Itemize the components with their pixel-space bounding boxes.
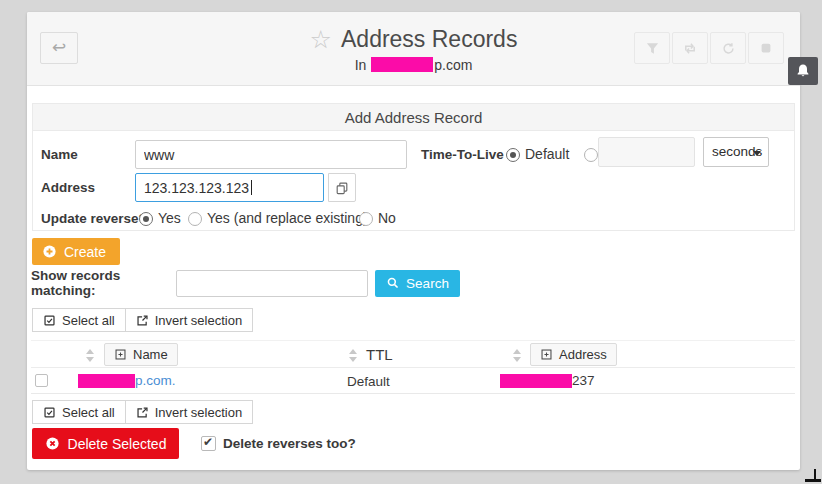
delete-selected-button[interactable]: Delete Selected	[32, 428, 179, 459]
selection-controls-bottom: Select all Invert selection	[32, 400, 253, 424]
delete-selected-label: Delete Selected	[68, 436, 167, 452]
address-column-label: Address	[559, 347, 607, 362]
name-column-label: Name	[133, 347, 168, 362]
sort-name-icon[interactable]	[86, 349, 94, 362]
update-reverse-label: Update reverse?	[41, 211, 147, 226]
row-ttl-cell: Default	[347, 374, 390, 389]
checked-box-icon	[43, 406, 56, 419]
ttl-default-label: Default	[525, 146, 569, 162]
refresh-button[interactable]	[710, 32, 746, 64]
cursor-artifact	[805, 479, 821, 482]
panel-body: Name Time-To-Live Default seconds Addres…	[33, 131, 794, 230]
invert-selection-button[interactable]: Invert selection	[125, 308, 253, 332]
column-header-address[interactable]: Address	[530, 343, 617, 366]
star-icon[interactable]: ☆	[310, 25, 332, 53]
x-circle-icon	[45, 436, 60, 451]
record-name-link[interactable]: p.com.	[135, 373, 176, 388]
address-input-wrap	[135, 173, 324, 202]
ttl-unit-select[interactable]: seconds	[703, 137, 769, 167]
update-reverse-replace-radio[interactable]	[188, 212, 202, 226]
invert-selection-label: Invert selection	[155, 313, 242, 328]
text-caret	[251, 180, 252, 195]
add-record-panel: Add Address Record Name Time-To-Live Def…	[32, 103, 795, 231]
search-label: Search	[406, 276, 449, 291]
name-input[interactable]	[135, 140, 407, 169]
delete-row: Delete Selected Delete reverses too?	[32, 428, 356, 459]
row-name-cell: p.com.	[78, 373, 176, 388]
invert-selection-button[interactable]: Invert selection	[125, 400, 253, 424]
record-address-visible: 237	[572, 373, 595, 388]
name-label: Name	[41, 147, 78, 162]
redacted-domain	[371, 57, 433, 72]
repeat-icon	[682, 41, 698, 56]
repeat-button[interactable]	[672, 32, 708, 64]
create-button[interactable]: Create	[32, 238, 120, 265]
delete-reverses-label: Delete reverses too?	[223, 436, 356, 451]
address-input[interactable]	[135, 173, 324, 202]
stop-button[interactable]	[748, 32, 784, 64]
notifications-tab[interactable]	[788, 57, 818, 85]
redacted-record-address	[500, 374, 572, 388]
ttl-default-radio[interactable]	[506, 148, 520, 162]
plus-circle-icon	[42, 244, 57, 259]
ttl-label: Time-To-Live	[421, 147, 504, 162]
stop-icon	[759, 41, 773, 55]
ttl-value-input[interactable]	[598, 137, 695, 167]
create-label: Create	[64, 244, 106, 260]
sort-address-icon[interactable]	[513, 349, 521, 362]
search-icon	[386, 276, 400, 290]
column-header-name[interactable]: Name	[104, 343, 178, 366]
address-label: Address	[41, 180, 95, 195]
update-reverse-no-label: No	[378, 210, 396, 226]
table-header-row: Name TTL Address	[31, 340, 795, 368]
records-table: Name TTL Address p.com. Default	[31, 340, 795, 394]
chevron-down-icon	[753, 151, 761, 156]
row-address-cell: 237	[500, 373, 595, 388]
refresh-icon	[721, 41, 736, 56]
plus-square-icon	[114, 348, 127, 361]
select-all-label: Select all	[62, 405, 115, 420]
filter-funnel-icon	[645, 41, 660, 56]
panel-title: Add Address Record	[33, 104, 794, 131]
page-header: ↩ ☆Address Records In p.com	[27, 12, 800, 86]
update-reverse-yes-label: Yes	[158, 210, 181, 226]
redacted-record-name	[78, 374, 135, 388]
delete-reverses-checkbox[interactable]	[201, 436, 216, 451]
table-row: p.com. Default 237	[31, 368, 795, 394]
invert-arrow-icon	[136, 314, 149, 327]
subtitle-suffix: p.com	[434, 57, 472, 73]
show-records-label: Show records matching:	[31, 268, 176, 298]
header-toolbar	[634, 32, 784, 64]
select-all-button[interactable]: Select all	[32, 400, 126, 424]
select-all-button[interactable]: Select all	[32, 308, 126, 332]
update-reverse-yes-radio[interactable]	[139, 212, 153, 226]
bell-icon	[795, 63, 811, 79]
sort-ttl-icon[interactable]	[349, 349, 357, 362]
ttl-column-label: TTL	[366, 346, 393, 363]
search-row: Show records matching: Search	[31, 268, 460, 298]
checked-box-icon	[43, 314, 56, 327]
copy-address-button[interactable]	[328, 173, 356, 202]
copy-icon	[335, 181, 349, 195]
plus-square-icon	[540, 348, 553, 361]
search-input[interactable]	[176, 270, 368, 297]
page-title: Address Records	[341, 26, 517, 52]
select-all-label: Select all	[62, 313, 115, 328]
filter-button[interactable]	[634, 32, 670, 64]
subtitle-prefix: In	[355, 57, 371, 73]
update-reverse-replace-label: Yes (and replace existing)	[207, 210, 368, 226]
update-reverse-no-radio[interactable]	[359, 212, 373, 226]
ttl-custom-radio[interactable]	[584, 148, 598, 162]
page: ↩ ☆Address Records In p.com	[0, 0, 822, 484]
invert-selection-label: Invert selection	[155, 405, 242, 420]
selection-controls-top: Select all Invert selection	[32, 308, 253, 332]
address-records-card: ↩ ☆Address Records In p.com	[27, 12, 800, 470]
row-checkbox[interactable]	[35, 374, 48, 387]
invert-arrow-icon	[136, 406, 149, 419]
search-button[interactable]: Search	[375, 270, 460, 297]
